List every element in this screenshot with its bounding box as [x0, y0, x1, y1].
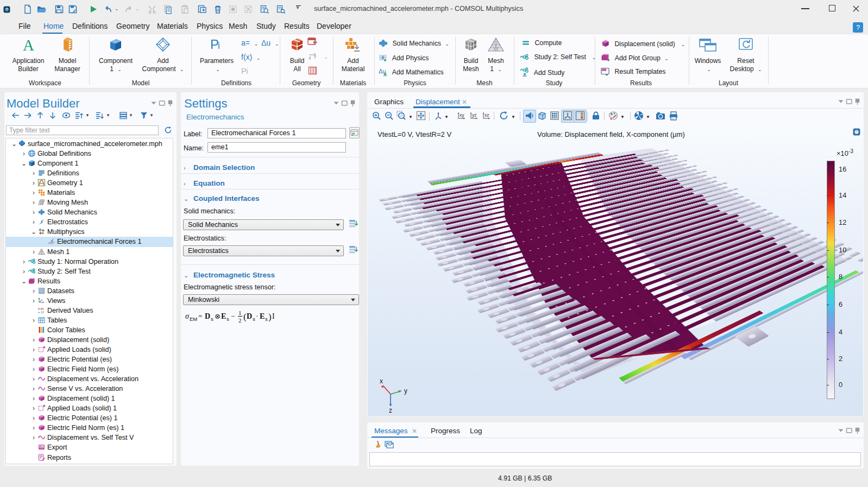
svg-text:E: E: [260, 312, 265, 320]
svg-text:s: s: [227, 316, 229, 322]
svg-text:·: ·: [256, 312, 258, 320]
svg-text:−: −: [231, 312, 235, 320]
svg-text:yz: yz: [472, 112, 477, 118]
svg-text:xz: xz: [485, 112, 489, 118]
svg-text:E: E: [221, 312, 226, 320]
svg-text:⊗: ⊗: [215, 312, 221, 320]
svg-text:s: s: [211, 316, 213, 322]
svg-text:2: 2: [238, 317, 242, 324]
svg-text:s: s: [265, 316, 268, 322]
svg-text:): ): [268, 312, 272, 322]
svg-text:EM: EM: [190, 316, 197, 322]
svg-text:D: D: [247, 312, 252, 320]
svg-text:σ: σ: [185, 312, 190, 320]
svg-text:s: s: [253, 316, 255, 322]
svg-text:1: 1: [238, 309, 242, 316]
svg-text:8.85: 8.85: [38, 307, 44, 310]
svg-text:I: I: [272, 312, 275, 320]
svg-text:i: i: [218, 41, 220, 51]
svg-text:e-12: e-12: [38, 311, 44, 314]
svg-text:x: x: [380, 378, 383, 385]
svg-text:A: A: [23, 37, 34, 52]
svg-text:D: D: [205, 312, 210, 320]
svg-text:z: z: [389, 407, 392, 413]
svg-text:xy: xy: [460, 112, 464, 118]
svg-text:y: y: [404, 387, 407, 395]
svg-text:=: =: [198, 312, 202, 320]
